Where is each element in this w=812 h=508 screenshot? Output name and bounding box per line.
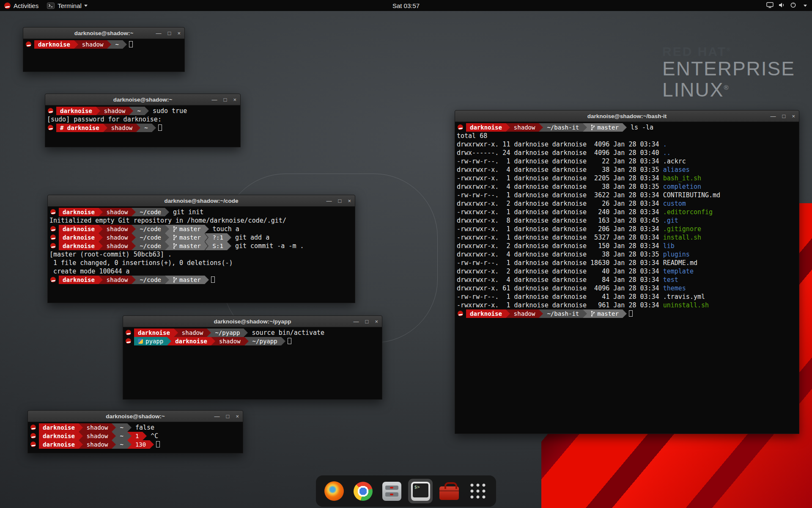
terminal-text: -rwxrwxr-x. 1 darknoise darknoise 5327 J… [457,233,663,242]
terminal-text: install.sh [663,233,701,242]
close-button[interactable]: × [348,198,351,204]
terminal-text: -rwxrwxr-x. 1 darknoise darknoise 240 Ja… [457,208,663,216]
terminal-window-sudo[interactable]: darknoise@shadow:~ — □ × darknoiseshadow… [45,94,241,147]
system-status-area[interactable] [761,0,812,11]
terminal-text: [master (root-commit) 50bcb63] . [49,250,172,259]
terminal-text: -rw-rw-r--. 1 darknoise darknoise 22 Jan… [457,157,686,166]
window-titlebar[interactable]: darknoise@shadow:~ — □ × [45,94,240,105]
prompt-segment-host: shadow [83,440,112,449]
window-title: darknoise@shadow:~ [113,97,173,103]
prompt-segment-host: shadow [103,208,132,216]
powerline-separator [227,233,231,242]
terminal-window-pyapp[interactable]: darknoise@shadow:~/pyapp — □ × darknoise… [123,315,382,400]
terminal-content[interactable]: darknoiseshadow~/bash-itmaster ls -latot… [455,122,799,433]
terminal-content[interactable]: darknoiseshadow~/pyapp source bin/activa… [123,327,382,399]
maximize-button[interactable]: □ [224,97,227,102]
dock-item-terminal[interactable]: $> [408,479,433,503]
prompt-redhat-icon [50,277,56,282]
window-title: darknoise@shadow:~/code [165,198,239,204]
python-icon [138,339,143,344]
prompt-segment-host: shadow [100,107,129,115]
close-button[interactable]: × [177,30,181,36]
terminal-line: drwxrwxr-x. 61 darknoise darknoise 4096 … [457,284,799,293]
maximize-button[interactable]: □ [365,319,369,324]
drawer-slot [385,492,398,497]
dock-item-firefox[interactable] [322,479,346,503]
window-titlebar[interactable]: darknoise@shadow:~ — □ × [28,411,243,422]
terminal-window-home-1[interactable]: darknoise@shadow:~ — □ × darknoiseshadow… [23,27,185,72]
close-button[interactable]: × [792,113,795,119]
maximize-button[interactable]: □ [168,30,171,36]
powerline-separator [623,123,627,132]
terminal-text: -rw-rw-r--. 1 darknoise darknoise 41 Jan… [457,293,705,301]
app-menu-terminal[interactable]: Terminal [43,0,92,11]
powerline-separator [132,233,136,242]
terminal-text: -rw-rw-r--. 1 darknoise darknoise 18630 … [457,259,697,267]
powerline-separator [132,242,136,250]
terminal-text: -rwxrwxr-x. 1 darknoise darknoise 961 Ja… [457,301,663,309]
powerline-separator [167,337,171,345]
prompt-segment-user: darknoise [39,423,79,432]
maximize-button[interactable]: □ [338,198,342,204]
terminal-line: drwxrwxr-x. 4 darknoise darknoise 84 Jan… [457,276,799,284]
terminal-text: lib [663,242,675,250]
window-titlebar[interactable]: darknoise@shadow:~/bash-it — □ × [455,110,799,122]
activities-button[interactable]: Activities [0,0,43,11]
close-button[interactable]: × [233,97,236,102]
terminal-cursor [129,41,133,47]
dock-item-app-grid[interactable] [466,479,490,503]
powerline-separator [107,40,111,49]
window-titlebar[interactable]: darknoise@shadow:~/pyapp — □ × [123,316,382,327]
terminal-text: ^C [147,432,158,440]
maximize-button[interactable]: □ [782,113,786,119]
terminal-content[interactable]: darknoiseshadow~ sudo true[sudo] passwor… [45,105,240,147]
powerline-separator [145,107,149,115]
branding-enterprise: ENTERPRISE [662,58,795,80]
terminal-line: darknoiseshadow~130 [30,440,243,449]
minimize-button[interactable]: — [214,414,220,419]
minimize-button[interactable]: — [771,113,776,119]
terminal-content[interactable]: darknoiseshadow~ [23,39,184,72]
dock-item-toolbox[interactable] [437,479,461,503]
terminal-text: template [663,267,694,276]
prompt-segment-path: ~ [140,124,151,132]
terminal-window-home-2[interactable]: darknoise@shadow:~ — □ × darknoiseshadow… [27,410,243,453]
window-titlebar[interactable]: darknoise@shadow:~ — □ × [23,28,184,39]
minimize-button[interactable]: — [156,30,162,36]
close-button[interactable]: × [236,414,239,419]
clock[interactable]: Sat 03:57 [387,0,425,11]
prompt-segment-user: darknoise [56,107,96,115]
dock-item-files[interactable] [379,479,404,503]
prompt-segment-host: shadow [103,225,132,233]
terminal-window-bash-it[interactable]: darknoise@shadow:~/bash-it — □ × darknoi… [455,110,799,434]
window-title: darknoise@shadow:~ [106,413,165,420]
prompt-segment-err: 130 [132,440,150,449]
maximize-button[interactable]: □ [226,414,230,419]
prompt-segment-path: ~/code [136,276,165,284]
terminal-text: -rw-rw-r--. 1 darknoise darknoise 3622 J… [457,191,720,199]
terminal-content[interactable]: darknoiseshadow~ falsedarknoiseshadow~1 … [28,422,243,453]
prompt-segment-git: master [587,309,623,318]
minimize-button[interactable]: — [212,97,217,102]
terminal-text: false [132,423,154,432]
prompt-segment-path: ~/code [136,225,165,233]
dock-item-chrome[interactable] [351,479,375,503]
terminal-text: drwxrwxr-x. 4 darknoise darknoise 84 Jan… [457,276,663,284]
terminal-line: darknoiseshadow~/codemaster [49,276,355,284]
window-title: darknoise@shadow:~/bash-it [587,113,667,119]
window-titlebar[interactable]: darknoise@shadow:~/code — □ × [48,195,355,207]
powerline-separator [152,124,156,132]
powerline-separator [211,337,215,345]
top-bar: Activities Terminal Sat 03:57 [0,0,812,11]
close-button[interactable]: × [375,319,378,324]
prompt-segment-path: ~ [116,440,127,449]
terminal-line: -rw-rw-r--. 1 darknoise darknoise 41 Jan… [457,293,799,301]
terminal-text: aliases [663,166,690,174]
prompt-redhat-icon [30,433,36,439]
terminal-content[interactable]: darknoiseshadow~/code git initInitialize… [48,207,355,303]
minimize-button[interactable]: — [326,198,332,204]
minimize-button[interactable]: — [354,319,359,324]
terminal-line: total 68 [457,132,799,140]
terminal-window-code[interactable]: darknoise@shadow:~/code — □ × darknoises… [47,195,355,303]
terminal-text: . [663,140,667,149]
